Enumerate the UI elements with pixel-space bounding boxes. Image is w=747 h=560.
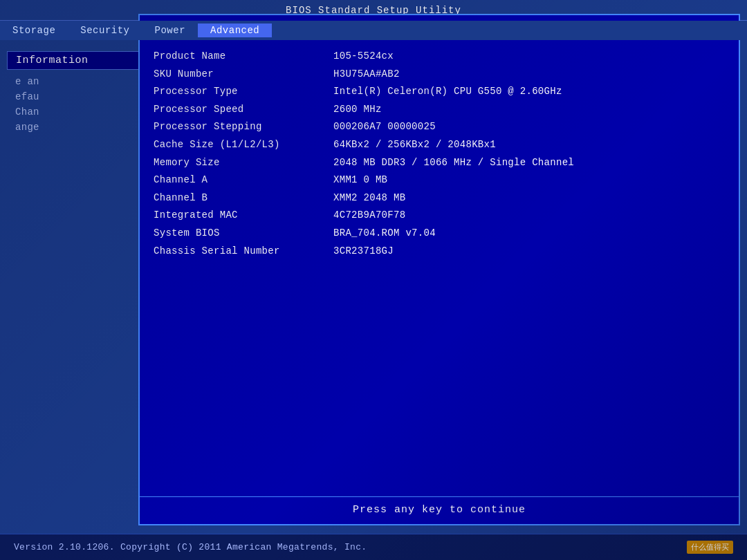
info-row-11: Chassis Serial Number3CR23718GJ	[154, 245, 725, 259]
info-row-9: Integrated MAC4C72B9A70F78	[154, 209, 725, 223]
info-label-4: Processor Stepping	[154, 120, 333, 134]
system-info-popup: System Information Product Name105-5524c…	[138, 14, 740, 525]
info-row-2: Processor TypeIntel(R) Celeron(R) CPU G5…	[154, 85, 725, 99]
info-label-3: Processor Speed	[154, 103, 333, 117]
version-text: Version 2.10.1206. Copyright (C) 2011 Am…	[14, 542, 687, 552]
info-label-11: Chassis Serial Number	[154, 245, 333, 259]
info-row-3: Processor Speed2600 MHz	[154, 103, 725, 117]
info-label-10: System BIOS	[154, 227, 333, 241]
popup-content: Product Name105-5524cxSKU NumberH3U75AA#…	[140, 40, 739, 269]
menu-item-power[interactable]: Power	[142, 24, 199, 37]
info-row-5: Cache Size (L1/L2/L3)64KBx2 / 256KBx2 / …	[154, 138, 725, 152]
info-row-0: Product Name105-5524cx	[154, 50, 725, 64]
info-value-3: 2600 MHz	[333, 103, 725, 117]
menu-item-security[interactable]: Security	[68, 24, 142, 37]
info-row-4: Processor Stepping000206A7 00000025	[154, 120, 725, 134]
info-value-1: H3U75AA#AB2	[333, 68, 725, 82]
info-row-7: Channel AXMM1 0 MB	[154, 174, 725, 187]
menu-bar[interactable]: Storage Security Power Advanced	[0, 21, 747, 40]
menu-item-storage[interactable]: Storage	[0, 24, 68, 37]
info-row-10: System BIOSBRA_704.ROM v7.04	[154, 227, 725, 241]
watermark-badge: 什么值得买	[687, 541, 733, 554]
info-value-0: 105-5524cx	[333, 50, 725, 64]
popup-footer: Press any key to continue	[140, 496, 739, 524]
info-value-7: XMM1 0 MB	[333, 174, 725, 187]
info-row-1: SKU NumberH3U75AA#AB2	[154, 68, 725, 82]
info-value-11: 3CR23718GJ	[333, 245, 725, 259]
info-label-5: Cache Size (L1/L2/L3)	[154, 138, 333, 152]
info-label-8: Channel B	[154, 192, 333, 205]
info-label-1: SKU Number	[154, 68, 333, 82]
info-value-2: Intel(R) Celeron(R) CPU G550 @ 2.60GHz	[333, 85, 725, 99]
info-value-8: XMM2 2048 MB	[333, 192, 725, 205]
info-row-6: Memory Size2048 MB DDR3 / 1066 MHz / Sin…	[154, 156, 725, 170]
info-label-6: Memory Size	[154, 156, 333, 170]
info-value-10: BRA_704.ROM v7.04	[333, 227, 725, 241]
info-value-6: 2048 MB DDR3 / 1066 MHz / Single Channel	[333, 156, 725, 170]
menu-item-advanced[interactable]: Advanced	[198, 24, 272, 37]
info-label-9: Integrated MAC	[154, 209, 333, 223]
info-label-2: Processor Type	[154, 85, 333, 99]
info-value-5: 64KBx2 / 256KBx2 / 2048KBx1	[333, 138, 725, 152]
info-value-9: 4C72B9A70F78	[333, 209, 725, 223]
bottom-bar: Version 2.10.1206. Copyright (C) 2011 Am…	[0, 534, 747, 560]
info-label-0: Product Name	[154, 50, 333, 64]
info-label-7: Channel A	[154, 174, 333, 187]
info-row-8: Channel BXMM2 2048 MB	[154, 192, 725, 205]
info-value-4: 000206A7 00000025	[333, 120, 725, 134]
